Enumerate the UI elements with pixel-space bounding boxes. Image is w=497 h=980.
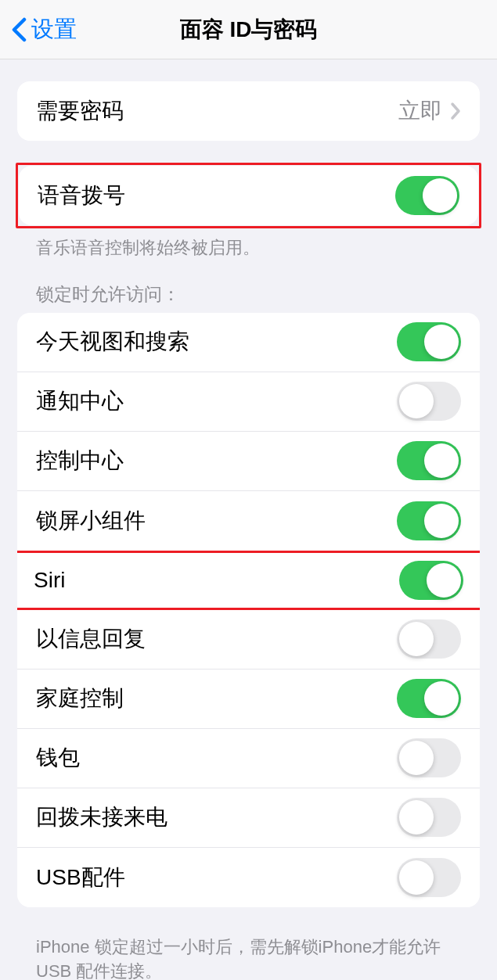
- row-today-view: 今天视图和搜索: [17, 313, 480, 372]
- row-voice-dial: 语音拨号: [19, 166, 478, 225]
- row-label: 以信息回复: [36, 624, 146, 654]
- toggle-wallet[interactable]: [397, 738, 461, 777]
- row-label: Siri: [34, 568, 65, 593]
- row-control-center: 控制中心: [17, 432, 480, 491]
- row-label: 控制中心: [36, 446, 124, 476]
- row-reply-with-message: 以信息回复: [17, 610, 480, 669]
- page-title: 面容 ID与密码: [180, 15, 318, 45]
- row-label: 回拨未接来电: [36, 802, 167, 832]
- highlight-voice-dial: 语音拨号: [16, 163, 481, 228]
- row-label: 通知中心: [36, 386, 124, 416]
- footer-voice-dial: 音乐语音控制将始终被启用。: [0, 228, 497, 260]
- row-label: 锁屏小组件: [36, 506, 146, 536]
- header-allow-access: 锁定时允许访问：: [0, 260, 497, 313]
- row-siri: Siri: [17, 551, 480, 610]
- row-label: 语音拨号: [38, 181, 125, 210]
- chevron-right-icon: [450, 102, 461, 120]
- toggle-lock-widgets[interactable]: [397, 501, 461, 540]
- back-button[interactable]: 设置: [0, 14, 77, 45]
- row-label: USB配件: [36, 863, 125, 892]
- row-lock-widgets: 锁屏小组件: [17, 491, 480, 551]
- toggle-return-missed-calls[interactable]: [397, 798, 461, 837]
- row-wallet: 钱包: [17, 729, 480, 788]
- toggle-notification-center[interactable]: [397, 382, 461, 421]
- toggle-control-center[interactable]: [397, 441, 461, 480]
- toggle-voice-dial[interactable]: [395, 176, 459, 215]
- row-usb-accessories: USB配件: [17, 848, 480, 907]
- footer-usb: iPhone 锁定超过一小时后，需先解锁iPhone才能允许 USB 配件连接。: [0, 929, 497, 980]
- group-allow-access: 今天视图和搜索 通知中心 控制中心 锁屏小组件 Siri 以信息回复 家庭控制: [17, 313, 480, 907]
- group-voice-dial: 语音拨号: [19, 166, 478, 225]
- row-value: 立即: [398, 96, 442, 126]
- toggle-today-view[interactable]: [397, 322, 461, 361]
- back-chevron-icon: [11, 17, 27, 42]
- toggle-reply-with-message[interactable]: [397, 619, 461, 659]
- row-return-missed-calls: 回拨未接来电: [17, 788, 480, 848]
- row-home-control: 家庭控制: [17, 669, 480, 729]
- row-label: 今天视图和搜索: [36, 327, 189, 357]
- nav-bar: 设置 面容 ID与密码: [0, 0, 497, 59]
- toggle-siri[interactable]: [399, 561, 463, 600]
- group-passcode: 需要密码 立即: [17, 81, 480, 141]
- row-label: 需要密码: [36, 96, 124, 126]
- row-require-passcode[interactable]: 需要密码 立即: [17, 81, 480, 141]
- back-label: 设置: [31, 14, 77, 45]
- toggle-home-control[interactable]: [397, 679, 461, 718]
- row-label: 家庭控制: [36, 684, 124, 713]
- toggle-usb-accessories[interactable]: [397, 858, 461, 897]
- row-label: 钱包: [36, 743, 80, 773]
- row-notification-center: 通知中心: [17, 372, 480, 432]
